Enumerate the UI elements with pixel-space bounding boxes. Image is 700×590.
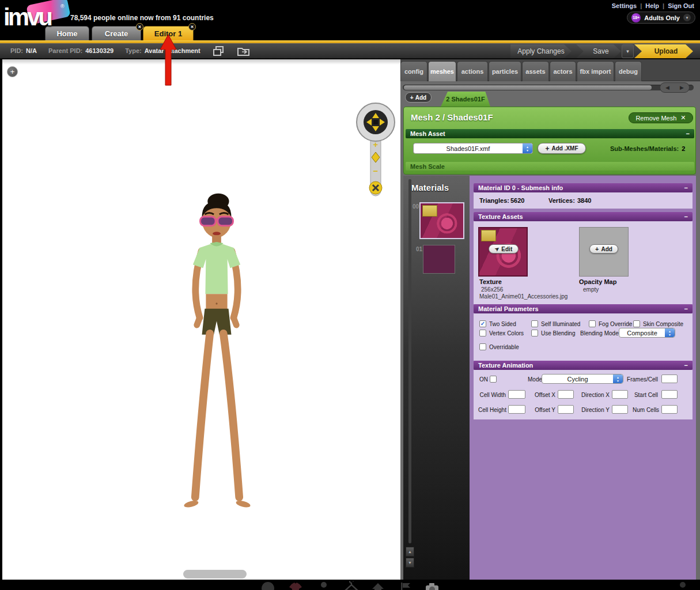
- start-cell-input[interactable]: [661, 390, 678, 399]
- frames-cell-input[interactable]: [661, 375, 678, 383]
- editor-tab-debug[interactable]: debug: [615, 61, 642, 81]
- vertex-colors-checkbox[interactable]: [479, 330, 486, 336]
- use-blending-checkbox[interactable]: [531, 330, 538, 336]
- save-options-button[interactable]: ▾: [622, 44, 634, 58]
- texture-animation-collapse-button[interactable]: −: [684, 362, 688, 369]
- flag-icon[interactable]: [398, 581, 413, 590]
- vertices-value: 3840: [577, 197, 591, 204]
- plus-icon: +: [545, 145, 549, 153]
- skin-composite-checkbox[interactable]: [633, 320, 640, 327]
- apply-changes-button[interactable]: Apply Changes: [510, 44, 572, 58]
- cell-height-input[interactable]: [508, 405, 525, 414]
- prev-mesh-button[interactable]: ◀: [665, 85, 669, 90]
- add-xmf-label: Add .XMF: [551, 145, 578, 152]
- imvu-logo[interactable]: imvu ®: [1, 0, 70, 39]
- home-icon[interactable]: [370, 581, 385, 590]
- self-illuminated-checkbox[interactable]: [531, 320, 538, 327]
- materials-scrollbar-track[interactable]: [408, 179, 411, 543]
- mode-select[interactable]: Cycling ▲ ▼: [542, 374, 623, 384]
- two-sided-checkbox[interactable]: ✓: [479, 320, 486, 327]
- add-mesh-label: Add: [415, 94, 426, 101]
- self-illuminated-label: Self Illuminated: [541, 321, 580, 327]
- clone-window-icon[interactable]: [213, 46, 225, 56]
- editor-tab-particles[interactable]: particles: [489, 61, 521, 81]
- editor-tab-config[interactable]: config: [400, 61, 427, 81]
- editor-tab-fbx-import[interactable]: fbx import: [577, 61, 614, 81]
- viewport-canvas[interactable]: +: [2, 59, 400, 580]
- hanger-icon[interactable]: [344, 581, 359, 590]
- texture-filename: Male01_Anime01_Accessories.jpg: [479, 293, 567, 300]
- scroll-down-button[interactable]: ▼: [406, 558, 414, 568]
- help-link[interactable]: Help: [645, 2, 659, 9]
- materials-list-panel: Materials 00 01 ▲ ▼: [403, 176, 470, 580]
- on-checkbox[interactable]: [490, 376, 497, 383]
- editor-tab-assets[interactable]: assets: [522, 61, 549, 81]
- blending-mode-select[interactable]: Composite ▲ ▼: [619, 328, 675, 338]
- num-cells-input[interactable]: [661, 405, 678, 414]
- settings-link[interactable]: Settings: [612, 2, 637, 9]
- mesh-scale-header[interactable]: Mesh Scale: [406, 162, 694, 171]
- editor-right-panel: config meshes actions particles assets a…: [400, 59, 700, 580]
- parent-pid-label: Parent PID:: [48, 47, 82, 54]
- canvas-plus-button[interactable]: +: [7, 66, 18, 77]
- camera-rotation-widget[interactable]: + −: [353, 101, 399, 205]
- chevron-down-icon: ▾: [683, 14, 691, 21]
- mesh-asset-collapse-button[interactable]: −: [686, 130, 690, 137]
- material-01-thumbnail[interactable]: [423, 245, 455, 274]
- record-icon[interactable]: [260, 581, 275, 590]
- fog-override-checkbox[interactable]: [589, 320, 596, 327]
- fog-override-label: Fog Override: [599, 321, 632, 327]
- direction-x-input[interactable]: [612, 390, 628, 399]
- editor-tab-meshes[interactable]: meshes: [428, 61, 456, 81]
- cell-width-input[interactable]: [508, 390, 525, 399]
- add-xmf-button[interactable]: + Add .XMF: [538, 143, 586, 154]
- direction-y-input[interactable]: [612, 405, 628, 414]
- offset-y-input[interactable]: [558, 405, 574, 414]
- mode-value: Cycling: [542, 376, 613, 383]
- link-separator: |: [663, 2, 664, 9]
- upload-button[interactable]: Upload: [634, 44, 693, 58]
- material-00-thumbnail[interactable]: [419, 202, 464, 239]
- xmf-file-select[interactable]: Shades01F.xmf ▲ ▼: [413, 143, 533, 154]
- person-icon[interactable]: [675, 581, 690, 590]
- top-bar: 78,594 people online now from 91 countri…: [0, 0, 700, 26]
- sign-out-link[interactable]: Sign Out: [668, 2, 694, 9]
- editor-tab-actions[interactable]: actions: [457, 61, 488, 81]
- age-18-badge: 18+: [631, 13, 641, 22]
- viewport-slider-pill[interactable]: [183, 570, 247, 578]
- num-cells-label: Num Cells: [633, 407, 658, 413]
- next-mesh-button[interactable]: ▶: [680, 85, 684, 90]
- direction-x-label: Direction X: [580, 392, 610, 398]
- scroll-up-button[interactable]: ▲: [406, 547, 414, 557]
- texture-assets-collapse-button[interactable]: −: [684, 213, 688, 220]
- material-00-id: 00: [413, 203, 419, 210]
- avatar-icon[interactable]: [316, 581, 331, 590]
- offset-x-input[interactable]: [558, 390, 574, 399]
- shirt-icon[interactable]: [288, 581, 303, 590]
- material-parameters-box: ✓ Two Sided Self Illuminated Fog Overrid…: [474, 313, 693, 361]
- edit-texture-button[interactable]: ➤ Edit: [489, 244, 519, 254]
- link-separator: |: [640, 2, 642, 9]
- stepper-down-icon: ▼: [616, 379, 619, 383]
- add-opacity-map-button[interactable]: + Add: [589, 244, 618, 254]
- two-sided-label: Two Sided: [489, 321, 516, 327]
- remove-mesh-label: Remove Mesh: [635, 115, 676, 122]
- editor-tab-actors[interactable]: actors: [550, 61, 576, 81]
- imvu-editor-window: 78,594 people online now from 91 countri…: [0, 0, 700, 590]
- mesh-scrollbar-handle[interactable]: [404, 85, 652, 90]
- opacity-map-value: empty: [583, 286, 599, 293]
- camera-icon[interactable]: [425, 581, 440, 590]
- material-parameters-collapse-button[interactable]: −: [684, 305, 688, 312]
- export-folder-icon[interactable]: [237, 46, 250, 56]
- remove-mesh-button[interactable]: Remove Mesh ✕: [629, 112, 693, 123]
- stepper-icon: ▲ ▼: [613, 375, 623, 383]
- apply-changes-label: Apply Changes: [517, 47, 564, 55]
- close-icon[interactable]: ✕: [188, 23, 196, 31]
- mesh-panel: Mesh 2 / Shades01F Remove Mesh ✕ Mesh As…: [403, 107, 696, 175]
- mesh-tab-2-shades01f[interactable]: 2 Shades01F: [441, 92, 490, 107]
- add-mesh-button[interactable]: + Add: [405, 92, 432, 103]
- submesh-info-collapse-button[interactable]: −: [684, 184, 688, 191]
- audience-selector[interactable]: 18+ Adults Only ▾: [627, 12, 695, 24]
- tab-create[interactable]: Create ✕: [92, 26, 141, 40]
- overridable-checkbox[interactable]: [479, 343, 486, 350]
